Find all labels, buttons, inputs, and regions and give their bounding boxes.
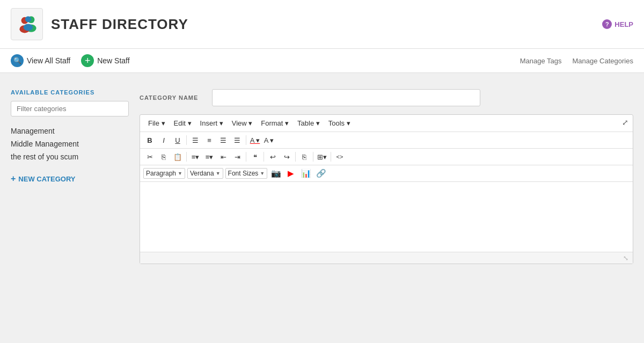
editor-toolbar-row2: ✂ ⎘ 📋 ≡▾ ≡▾ ⇤ ⇥ ❝ ↩ ↪ ⎘ ⊞▾ <> <box>140 149 633 165</box>
align-justify-button[interactable]: ☰ <box>231 134 244 146</box>
editor-body[interactable] <box>140 182 633 252</box>
indent-more-button[interactable]: ⇥ <box>231 151 244 163</box>
manage-tags-link[interactable]: Manage Tags <box>520 57 562 65</box>
menu-insert[interactable]: Insert ▾ <box>196 118 227 129</box>
menu-edit[interactable]: Edit ▾ <box>170 118 195 129</box>
undo-button[interactable]: ↩ <box>266 151 279 163</box>
font-size-select[interactable]: Font Sizes ▼ <box>225 168 268 179</box>
category-name-input[interactable] <box>212 89 480 106</box>
right-panel: CATEGORY NAME File ▾ Edit ▾ Insert ▾ Vie… <box>140 89 633 325</box>
menu-format[interactable]: Format ▾ <box>257 118 292 129</box>
sep2 <box>246 135 246 145</box>
paragraph-arrow: ▼ <box>178 171 182 176</box>
paste-button[interactable]: 📋 <box>171 151 184 163</box>
font-arrow: ▼ <box>216 171 221 176</box>
sep5 <box>264 152 264 162</box>
help-icon: ? <box>602 19 612 29</box>
ordered-list-button[interactable]: ≡▾ <box>203 151 216 163</box>
insert-link-button[interactable]: 🔗 <box>314 167 327 179</box>
align-center-button[interactable]: ≡ <box>203 134 216 146</box>
app-title: STAFF DIRECTORY <box>51 16 188 33</box>
category-list: Management Middle Management the rest of… <box>11 125 129 163</box>
align-right-button[interactable]: ☰ <box>217 134 230 146</box>
font-select[interactable]: Verdana ▼ <box>187 168 223 179</box>
menu-view[interactable]: View ▾ <box>228 118 257 129</box>
editor-toolbar-row3: Paragraph ▼ Verdana ▼ Font Sizes ▼ 📷 ▶ 📊… <box>140 165 633 182</box>
sep6 <box>295 152 296 162</box>
sep3 <box>186 152 187 162</box>
left-panel: AVAILABLE CATEGORIES Management Middle M… <box>11 89 129 325</box>
blockquote-button[interactable]: ❝ <box>248 151 261 163</box>
new-staff-icon: + <box>81 54 94 67</box>
sep7 <box>313 152 313 162</box>
copy-button[interactable]: ⎘ <box>157 151 170 163</box>
align-left-button[interactable]: ☰ <box>189 134 202 146</box>
new-staff-button[interactable]: + New Staff <box>81 54 129 67</box>
editor-menubar: File ▾ Edit ▾ Insert ▾ View ▾ Format ▾ T… <box>140 115 633 132</box>
menu-tools[interactable]: Tools ▾ <box>325 118 354 129</box>
logo-box <box>11 8 43 40</box>
copy-format-button[interactable]: ⎘ <box>298 151 311 163</box>
indent-less-button[interactable]: ⇤ <box>217 151 230 163</box>
underline-button[interactable]: U <box>171 134 184 146</box>
view-all-staff-button[interactable]: 🔍 View All Staff <box>11 54 70 67</box>
editor-statusbar: ⤡ <box>140 252 633 264</box>
bold-button[interactable]: B <box>143 134 156 146</box>
source-code-button[interactable]: <> <box>333 151 346 163</box>
category-name-label: CATEGORY NAME <box>140 94 204 101</box>
view-all-icon: 🔍 <box>11 54 24 67</box>
italic-button[interactable]: I <box>157 134 170 146</box>
size-arrow: ▼ <box>260 171 265 176</box>
redo-button[interactable]: ↪ <box>280 151 293 163</box>
insert-video-button[interactable]: ▶ <box>284 167 297 179</box>
menu-table[interactable]: Table ▾ <box>294 118 324 129</box>
menu-file[interactable]: File ▾ <box>144 118 169 129</box>
sep1 <box>186 135 187 145</box>
table-insert-button[interactable]: ⊞▾ <box>316 151 328 163</box>
new-category-button[interactable]: + NEW CATEGORY <box>11 174 129 184</box>
category-item-management[interactable]: Management <box>11 125 129 137</box>
sep4 <box>246 152 246 162</box>
editor-toolbar-row1: B I U ☰ ≡ ☰ ☰ A ▾ A ▾ <box>140 132 633 149</box>
header: STAFF DIRECTORY ? HELP <box>0 0 644 49</box>
manage-categories-link[interactable]: Manage Categories <box>573 57 633 65</box>
cut-button[interactable]: ✂ <box>143 151 156 163</box>
sep8 <box>331 152 331 162</box>
toolbar-right: Manage Tags Manage Categories <box>520 57 633 65</box>
bg-color-button[interactable]: A ▾ <box>262 134 275 146</box>
filter-categories-input[interactable] <box>11 101 129 116</box>
resize-handle: ⤡ <box>623 254 628 262</box>
help-button[interactable]: ? HELP <box>602 19 633 29</box>
toolbar-left: 🔍 View All Staff + New Staff <box>11 54 509 67</box>
rich-text-editor: File ▾ Edit ▾ Insert ▾ View ▾ Format ▾ T… <box>140 114 633 264</box>
category-name-row: CATEGORY NAME <box>140 89 633 106</box>
category-item-middle-management[interactable]: Middle Management <box>11 137 129 150</box>
available-categories-title: AVAILABLE CATEGORIES <box>11 89 129 96</box>
insert-excel-button[interactable]: 📊 <box>299 167 312 179</box>
font-color-button[interactable]: A ▾ <box>248 134 261 146</box>
logo-icon <box>16 14 38 34</box>
expand-editor-button[interactable]: ⤢ <box>622 118 628 127</box>
unordered-list-button[interactable]: ≡▾ <box>189 151 202 163</box>
svg-point-5 <box>24 24 33 31</box>
top-toolbar: 🔍 View All Staff + New Staff Manage Tags… <box>0 49 644 73</box>
insert-image-button[interactable]: 📷 <box>269 167 282 179</box>
main-content: AVAILABLE CATEGORIES Management Middle M… <box>0 73 644 341</box>
plus-icon: + <box>11 174 16 184</box>
paragraph-select[interactable]: Paragraph ▼ <box>143 168 185 179</box>
svg-point-4 <box>25 16 31 22</box>
category-item-rest[interactable]: the rest of you scum <box>11 150 129 163</box>
